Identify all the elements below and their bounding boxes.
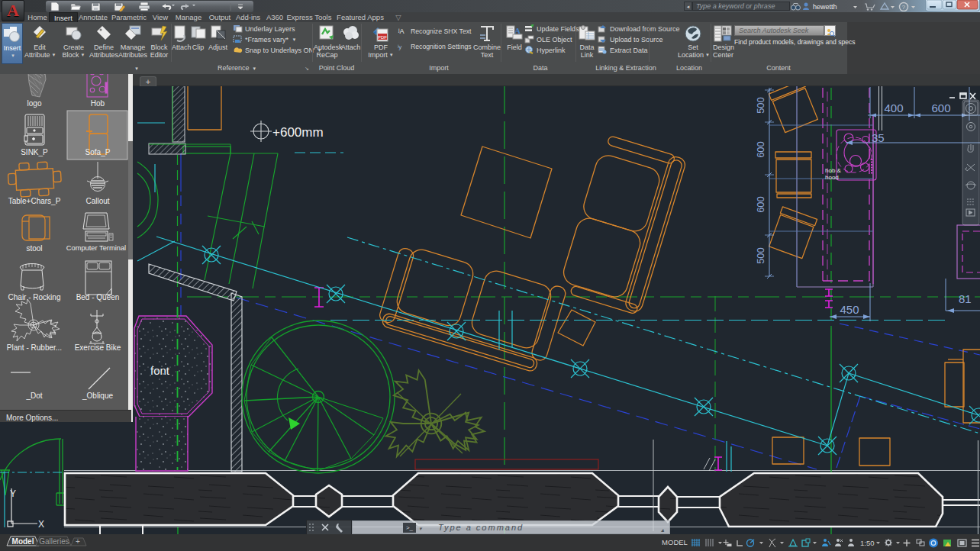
svg-text:hewetth: hewetth (813, 3, 837, 11)
svg-text:font: font (150, 364, 170, 377)
svg-text:ʲA: ʲA (398, 27, 404, 35)
svg-text:81: 81 (959, 292, 972, 305)
svg-text:hood: hood (825, 174, 839, 181)
svg-text:Y: Y (10, 488, 16, 499)
svg-text:450: 450 (840, 303, 859, 316)
svg-text:600: 600 (931, 102, 950, 114)
svg-text:PDF: PDF (378, 35, 387, 40)
svg-text:ʲy: ʲy (398, 44, 401, 50)
svg-text:+600mm: +600mm (272, 125, 324, 140)
svg-text:1:50: 1:50 (860, 539, 875, 547)
svg-text:Model: Model (12, 537, 34, 546)
svg-text:hob &: hob & (825, 167, 842, 174)
svg-text:?: ? (902, 4, 906, 11)
svg-text:600: 600 (755, 196, 766, 213)
svg-text:A: A (514, 26, 521, 35)
svg-text:X: X (38, 519, 44, 530)
svg-text:600: 600 (755, 141, 766, 158)
svg-text:+: + (76, 537, 80, 546)
svg-text:500: 500 (755, 97, 766, 114)
svg-text:35: 35 (872, 131, 885, 144)
svg-text:Galleries: Galleries (39, 537, 69, 546)
svg-text:500: 500 (755, 247, 766, 264)
svg-text:400: 400 (884, 102, 903, 114)
